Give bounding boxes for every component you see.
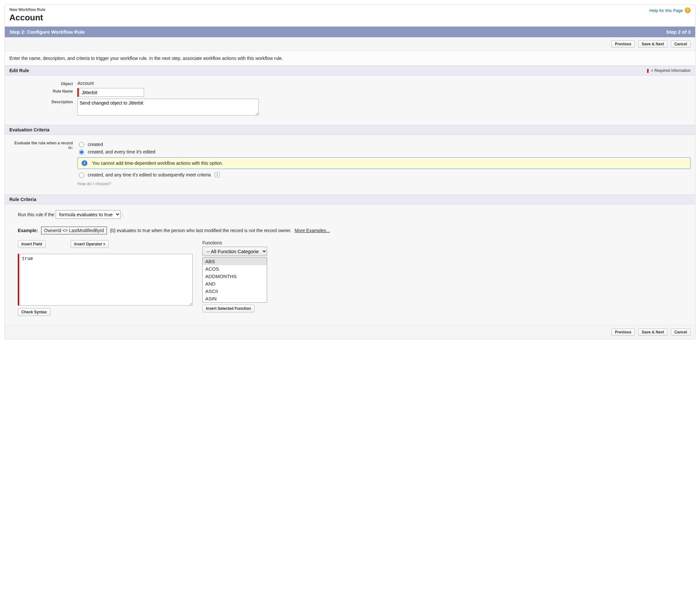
save-next-button[interactable]: Save & Next (638, 41, 668, 48)
more-examples-link[interactable]: More Examples... (295, 228, 330, 233)
function-item[interactable]: ACOS (203, 265, 267, 273)
object-label: Object (9, 80, 77, 86)
help-link-text: Help for this Page (650, 8, 683, 13)
function-item[interactable]: ASCII (203, 287, 267, 295)
example-row: Example: OwnerId <> LastModifiedById {0}… (18, 227, 691, 234)
radio-created-label: created (88, 142, 103, 147)
functions-label: Functions (202, 240, 270, 246)
hint-icon[interactable]: i (215, 172, 220, 178)
rule-criteria-body: Run this rule if the formula evaluates t… (5, 204, 695, 325)
required-marker-icon (77, 88, 79, 97)
evaluation-header: Evaluation Criteria (5, 125, 695, 135)
function-item[interactable]: ADDMONTHS (203, 273, 267, 280)
function-list[interactable]: ABS ACOS ADDMONTHS AND ASCII ASIN (202, 257, 267, 303)
cancel-button[interactable]: Cancel (671, 41, 691, 48)
required-marker-icon (18, 254, 19, 306)
function-category-select[interactable]: -- All Function Categories (202, 247, 267, 256)
insert-operator-button[interactable]: Insert Operator (71, 240, 109, 248)
help-link[interactable]: Help for this Page ? (650, 7, 691, 13)
rule-name-input[interactable] (79, 88, 144, 97)
rule-criteria-header: Rule Criteria (5, 194, 695, 204)
help-icon: ? (685, 7, 691, 13)
edit-rule-body: Object Account Rule Name Description (5, 75, 695, 125)
save-next-button[interactable]: Save & Next (638, 329, 668, 336)
radio-created[interactable] (79, 142, 84, 147)
breadcrumb: New Workflow Rule (9, 7, 45, 12)
criteria-select[interactable]: formula evaluates to true (56, 210, 120, 219)
radio-created-edited[interactable] (79, 149, 84, 155)
how-choose-link[interactable]: How do I choose? (77, 181, 111, 186)
edit-rule-title: Edit Rule (9, 68, 29, 73)
function-item[interactable]: ASIN (203, 295, 267, 302)
cancel-button[interactable]: Cancel (671, 329, 691, 336)
info-icon: i (81, 160, 88, 166)
insert-selected-function-button[interactable]: Insert Selected Function (202, 305, 255, 312)
radio-meet-criteria-label: created, and any time it's edited to sub… (88, 172, 211, 178)
description-input[interactable] (77, 99, 259, 116)
step-progress: Step 2 of 3 (666, 29, 691, 34)
description-label: Description (9, 99, 77, 104)
example-box: OwnerId <> LastModifiedById (41, 227, 107, 234)
example-label: Example: (18, 228, 38, 233)
button-row-bottom: Previous Save & Next Cancel (5, 325, 695, 339)
evaluate-label: Evaluate the rule when a record is: (9, 140, 77, 150)
evaluation-body: Evaluate the rule when a record is: crea… (5, 135, 695, 194)
example-text: {0} evaluates to true when the person wh… (110, 228, 291, 233)
page-title: Account (9, 13, 45, 23)
run-prefix: Run this rule if the (18, 212, 54, 217)
formula-input[interactable] (20, 254, 193, 306)
info-block: i You cannot add time-dependent workflow… (77, 157, 691, 169)
radio-created-edited-label: created, and every time it's edited (88, 149, 156, 155)
page-header: New Workflow Rule Account Help for this … (5, 5, 695, 26)
previous-button[interactable]: Previous (611, 329, 635, 336)
function-item[interactable]: AND (203, 280, 267, 287)
required-note: = Required Information (647, 68, 691, 73)
rule-criteria-title: Rule Criteria (9, 197, 36, 202)
step-bar: Step 2: Configure Workflow Rule Step 2 o… (5, 26, 695, 37)
insert-field-button[interactable]: Insert Field (18, 240, 46, 248)
previous-button[interactable]: Previous (611, 41, 635, 48)
intro-text: Enter the name, description, and criteri… (5, 51, 695, 66)
required-bar-icon (647, 69, 649, 73)
formula-area: Insert Field Insert Operator Check Synta… (18, 240, 691, 316)
evaluation-title: Evaluation Criteria (9, 127, 49, 133)
criteria-intro: Run this rule if the formula evaluates t… (18, 210, 691, 219)
run-suffix: : (122, 212, 123, 217)
step-title: Step 2: Configure Workflow Rule (9, 29, 85, 34)
check-syntax-button[interactable]: Check Syntax (18, 308, 50, 316)
rule-name-label: Rule Name (9, 88, 77, 94)
function-item[interactable]: ABS (203, 258, 267, 265)
info-text: You cannot add time-dependent workflow a… (92, 161, 223, 166)
button-row-top: Previous Save & Next Cancel (5, 37, 695, 51)
radio-meet-criteria[interactable] (79, 172, 84, 178)
object-value: Account (77, 80, 691, 86)
edit-rule-header: Edit Rule = Required Information (5, 66, 695, 75)
workflow-rule-container: New Workflow Rule Account Help for this … (4, 4, 696, 339)
